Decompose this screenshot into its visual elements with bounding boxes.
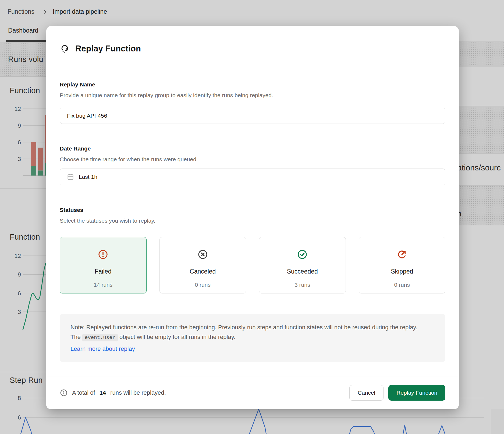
replay-note: Note: Replayed functions are re-run from… — [60, 314, 445, 362]
status-name: Succeeded — [287, 268, 318, 275]
modal-title: Replay Function — [75, 44, 141, 54]
summary-prefix: A total of — [72, 389, 95, 396]
replay-name-description: Provide a unique name for this replay gr… — [60, 92, 445, 99]
status-options: Failed 14 runs Canceled 0 runs — [60, 237, 445, 293]
date-range-label: Date Range — [60, 145, 445, 152]
calendar-icon — [66, 173, 74, 181]
status-option-skipped[interactable]: Skipped 0 runs — [359, 237, 446, 293]
failed-icon — [98, 249, 108, 260]
info-icon — [60, 389, 68, 397]
app-screen: Functions Import data pipeline Dashboard… — [0, 0, 504, 434]
replay-function-modal: Replay Function Replay Name Provide a un… — [46, 26, 459, 409]
summary-suffix: runs will be replayed. — [110, 389, 166, 396]
replay-name-input[interactable] — [60, 108, 445, 124]
status-run-count: 14 runs — [94, 282, 112, 288]
summary-count: 14 — [100, 389, 106, 396]
replay-function-button[interactable]: Replay Function — [388, 385, 445, 401]
status-run-count: 0 runs — [394, 282, 410, 288]
date-range-description: Choose the time range for when the runs … — [60, 156, 445, 163]
status-name: Failed — [95, 268, 112, 275]
date-range-input[interactable]: Last 1h — [60, 169, 445, 185]
skipped-icon — [397, 249, 407, 260]
succeeded-icon — [297, 249, 308, 260]
statuses-label: Statuses — [60, 207, 445, 213]
note-code-chip: event.user — [82, 334, 118, 341]
statuses-description: Select the statuses you wish to replay. — [60, 218, 445, 224]
replay-name-label: Replay Name — [60, 81, 445, 88]
cancel-button[interactable]: Cancel — [349, 385, 384, 401]
modal-body: Replay Name Provide a unique name for th… — [46, 81, 459, 362]
modal-header: Replay Function — [46, 26, 459, 71]
replay-summary: A total of 14 runs will be replayed. — [60, 389, 166, 397]
status-run-count: 0 runs — [195, 282, 211, 288]
status-name: Skipped — [391, 268, 413, 275]
canceled-icon — [197, 249, 208, 260]
learn-more-link[interactable]: Learn more about replay — [70, 344, 135, 354]
status-option-succeeded[interactable]: Succeeded 3 runs — [259, 237, 346, 293]
status-option-canceled[interactable]: Canceled 0 runs — [159, 237, 246, 293]
footer-actions: Cancel Replay Function — [349, 385, 445, 401]
note-text-suffix: object will be empty for all runs in the… — [119, 334, 235, 340]
status-option-failed[interactable]: Failed 14 runs — [60, 237, 147, 293]
replay-icon — [60, 44, 70, 54]
status-name: Canceled — [190, 268, 216, 275]
date-range-value: Last 1h — [79, 174, 97, 180]
modal-footer: A total of 14 runs will be replayed. Can… — [46, 376, 459, 409]
status-run-count: 3 runs — [294, 282, 310, 288]
